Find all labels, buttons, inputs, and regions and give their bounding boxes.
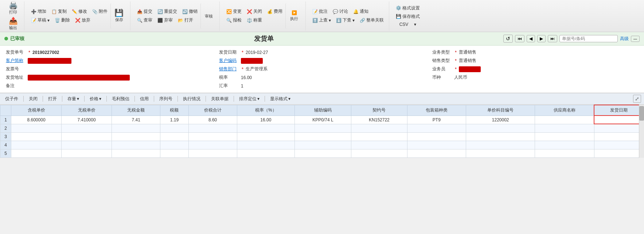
format-setting-button[interactable]: ⚙️ 格式设置	[394, 4, 422, 12]
cell-no_tax_amount[interactable]	[112, 132, 160, 141]
prev-button[interactable]: ◀	[527, 35, 535, 42]
cell-tax_rate[interactable]	[237, 149, 294, 157]
cell-ship_date[interactable]	[594, 149, 644, 157]
cell-supplier[interactable]	[535, 132, 594, 141]
table-row[interactable]: 4	[0, 141, 644, 149]
cell-tax_price[interactable]: 8.600000	[11, 116, 62, 124]
cell-total[interactable]	[188, 141, 237, 149]
copy-button[interactable]: 📋 复制	[49, 8, 69, 15]
cell-total[interactable]	[188, 124, 237, 132]
export-button[interactable]: 📤 输出	[5, 16, 21, 31]
cell-no_tax_amount[interactable]	[112, 124, 160, 132]
cell-aux_code[interactable]	[294, 124, 351, 132]
cell-contract[interactable]	[351, 149, 407, 157]
table-row[interactable]: 5	[0, 149, 644, 157]
cell-contract[interactable]	[351, 141, 407, 149]
execution-button[interactable]: 执行情况	[181, 95, 203, 103]
cell-tax_price[interactable]	[11, 124, 62, 132]
cell-tax[interactable]	[160, 124, 188, 132]
cell-contract[interactable]	[351, 132, 407, 141]
weigh-button[interactable]: ⚖️ 称重	[245, 16, 264, 24]
table-row[interactable]: 3	[0, 132, 644, 141]
cell-no_tax_price[interactable]	[62, 141, 112, 149]
dept-label[interactable]: 销售部门	[219, 66, 239, 72]
execute-button[interactable]: ▶️ 执行	[285, 3, 303, 29]
cell-contract[interactable]: KN152722	[351, 116, 407, 124]
table-row[interactable]: 18.6000007.4100007.411.198.6016.00KPP0/7…	[0, 116, 644, 124]
close-table-button[interactable]: 关闭	[27, 95, 40, 103]
cell-aux_code[interactable]	[294, 132, 351, 141]
abandon-button[interactable]: ❌ 放弃	[73, 16, 93, 24]
add-button[interactable]: ➕ 增加	[29, 8, 48, 15]
cell-tax_rate[interactable]	[237, 132, 294, 141]
customer-code-label[interactable]: 客户编码	[219, 58, 239, 64]
cell-tax[interactable]: 1.19	[160, 116, 188, 124]
print-button[interactable]: 🖨️ 打印	[5, 1, 21, 16]
cell-unit_code[interactable]	[466, 124, 535, 132]
cell-no_tax_amount[interactable]	[112, 141, 160, 149]
expand-button[interactable]: ⤢	[633, 95, 641, 103]
csv-dropdown-button[interactable]: ▾	[412, 21, 418, 28]
open-button[interactable]: 📂 打开	[176, 16, 195, 24]
cell-tax[interactable]	[160, 149, 188, 157]
only-child-button[interactable]: 仅子件	[3, 95, 20, 103]
cell-supplier[interactable]	[535, 149, 594, 157]
cell-unit_code[interactable]: 1220002	[466, 116, 535, 124]
cell-no_tax_price[interactable]	[62, 132, 112, 141]
annotation-button[interactable]: 📝 批注	[310, 8, 330, 15]
refresh-button[interactable]: ↺	[503, 35, 513, 43]
price-button[interactable]: 价格 ▾	[87, 95, 104, 103]
open-table-button[interactable]: 打开	[46, 95, 59, 103]
cell-total[interactable]: 8.60	[188, 116, 237, 124]
cell-aux_code[interactable]	[294, 141, 351, 149]
cell-package[interactable]	[407, 124, 466, 132]
save-button[interactable]: 💾 保存	[110, 3, 127, 29]
next-button[interactable]: ▶	[537, 35, 546, 42]
revoke-button[interactable]: ↩️ 撤销	[180, 8, 200, 15]
audit-button[interactable]: 审核	[200, 3, 216, 29]
up-link-button[interactable]: ⬆️ 上查▾	[310, 16, 333, 24]
save-format-button[interactable]: 💾 保存格式	[394, 13, 422, 20]
cell-no_tax_price[interactable]: 7.410000	[62, 116, 112, 124]
display-format-button[interactable]: 显示格式 ▾	[268, 95, 293, 103]
scrollbar-thumb[interactable]	[639, 106, 644, 121]
attach-button[interactable]: 📎 附件	[90, 8, 110, 15]
related-order-button[interactable]: 关联单据	[209, 95, 231, 103]
serial-button[interactable]: 序列号	[157, 95, 175, 103]
cell-package[interactable]: PT9	[407, 116, 466, 124]
cell-tax_price[interactable]	[11, 132, 62, 141]
modify-button[interactable]: ✏️ 修改	[70, 8, 89, 15]
change-button[interactable]: 🔀 变更	[224, 8, 244, 15]
discuss-button[interactable]: 💬 讨论	[331, 8, 350, 15]
cell-ship_date[interactable]	[594, 141, 644, 149]
cell-package[interactable]	[407, 141, 466, 149]
cell-package[interactable]	[407, 132, 466, 141]
cell-ship_date[interactable]	[594, 132, 644, 141]
cell-unit_code[interactable]	[466, 141, 535, 149]
cell-unit_code[interactable]	[466, 132, 535, 141]
cell-tax_rate[interactable]	[237, 141, 294, 149]
cell-total[interactable]	[188, 132, 237, 141]
inspect-button[interactable]: 🔍 报检	[224, 16, 244, 24]
submit-button[interactable]: 📤 提交	[135, 8, 155, 15]
close-order-button[interactable]: ❌ 关闭	[245, 8, 264, 15]
cell-supplier[interactable]	[535, 141, 594, 149]
all-link-button[interactable]: 🔗 整单关联	[358, 16, 386, 24]
stock-button[interactable]: 存量 ▾	[65, 95, 81, 103]
csv-button[interactable]: CSV	[397, 21, 411, 28]
cell-tax_price[interactable]	[11, 149, 62, 157]
cell-package[interactable]	[407, 149, 466, 157]
abandon-audit-button[interactable]: ⬛ 弃审	[155, 16, 175, 24]
notify-button[interactable]: 🔔 通知	[351, 8, 371, 15]
cell-tax_rate[interactable]	[237, 124, 294, 132]
credit-button[interactable]: 信用	[138, 95, 151, 103]
cell-total[interactable]	[188, 149, 237, 157]
cell-no_tax_price[interactable]	[62, 124, 112, 132]
cell-contract[interactable]	[351, 124, 407, 132]
cell-unit_code[interactable]	[466, 149, 535, 157]
first-button[interactable]: ⏮	[515, 35, 524, 42]
down-link-button[interactable]: ⬇️ 下查▾	[334, 16, 357, 24]
draft-button[interactable]: 📝 草稿▾	[29, 16, 52, 24]
cell-no_tax_amount[interactable]: 7.41	[112, 116, 160, 124]
margin-button[interactable]: 毛利预估	[110, 95, 132, 103]
